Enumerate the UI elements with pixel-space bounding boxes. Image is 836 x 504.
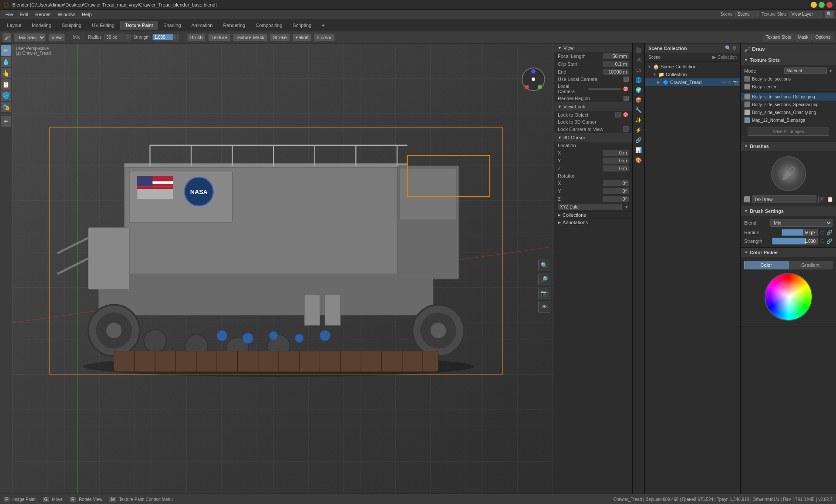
modifier-props-icon[interactable]: 🔧 [634, 105, 644, 115]
constraints-props-icon[interactable]: 🔗 [634, 135, 644, 145]
texture-dropdown[interactable]: Texture [208, 34, 230, 41]
strength-link[interactable]: 🔗 [826, 239, 833, 244]
tree-item-collection[interactable]: ▼ 📁 Collection [645, 71, 740, 78]
tree-item-crawler-tread[interactable]: ▶ 🔷 Crawler_Tread 👁 🖱 📷 [645, 78, 740, 86]
brush-copy-icon[interactable]: 📋 [827, 196, 833, 202]
clip-start-value[interactable]: 0.1 m [603, 61, 629, 67]
vis-eye[interactable]: 👁 [722, 80, 726, 85]
tab-uv-editing[interactable]: UV Editing [87, 21, 120, 30]
color-wheel[interactable] [765, 273, 812, 321]
stroke-dropdown[interactable]: Stroke [270, 34, 290, 41]
material-props-icon[interactable]: 🎨 [634, 155, 644, 165]
tab-compositing[interactable]: Compositing [250, 21, 287, 30]
brush-name-input[interactable] [752, 195, 816, 203]
tab-scripting[interactable]: Scripting [287, 21, 317, 30]
options-badge[interactable]: Options [812, 34, 833, 40]
menu-file[interactable]: File [2, 11, 17, 18]
scene-expand[interactable]: ▶ [712, 54, 716, 60]
menu-render[interactable]: Render [32, 11, 54, 18]
view-lock-header[interactable]: ▼ View Lock [554, 102, 632, 111]
data-props-icon[interactable]: 📊 [634, 145, 644, 155]
tool-fill[interactable]: 🪣 [1, 91, 11, 101]
falloff-dropdown[interactable]: Falloff [293, 34, 312, 41]
tab-sculpting[interactable]: Sculpting [57, 21, 87, 30]
cursor-ry-value[interactable]: 0° [603, 188, 629, 194]
tool-soften[interactable]: 💧 [1, 57, 11, 67]
view-section-header[interactable]: ▼ View [554, 44, 632, 52]
texture-slots-header[interactable]: ▼ Texture Slots [741, 55, 836, 65]
cursor-z-value[interactable]: 0 m [603, 165, 629, 171]
close-button[interactable] [826, 2, 833, 8]
cursor-x-value[interactable]: 0 m [603, 150, 629, 156]
lock-camera-cb[interactable] [623, 126, 629, 132]
save-all-button[interactable]: Save All Images [748, 128, 829, 136]
axis-gizmo[interactable] [522, 67, 548, 94]
tool-annotate[interactable]: ✒ [1, 116, 11, 127]
physics-props-icon[interactable]: ⚡ [634, 125, 644, 135]
ts-slot-normal[interactable]: Map_12_Normal_Bump.tga [741, 116, 836, 124]
search-button[interactable]: 🔍 [825, 10, 834, 18]
radius-field[interactable]: 50 px ⬡ [104, 34, 130, 40]
color-picker-header[interactable]: ▼ Color Picker [741, 248, 836, 257]
view-layer-selector[interactable]: View Layer [789, 11, 822, 17]
menu-edit[interactable]: Edit [17, 11, 32, 18]
minimize-button[interactable] [811, 2, 817, 8]
clip-end-value[interactable]: 10000 m [603, 69, 629, 75]
texture-mask-dropdown[interactable]: Texture Mask [233, 34, 267, 41]
menu-window[interactable]: Window [54, 11, 78, 18]
ts-slot-opacity[interactable]: Body_side_sections_Opacity.png [741, 108, 836, 116]
particles-props-icon[interactable]: ✨ [634, 115, 644, 125]
tool-clone[interactable]: 📋 [1, 79, 11, 90]
blend-select[interactable]: Mix [770, 219, 833, 227]
annotations-header[interactable]: ▶ Annotations [554, 219, 632, 226]
radius-randomize[interactable]: ⬡ [820, 230, 825, 235]
render-region-cb[interactable] [624, 96, 629, 101]
cursor-dropdown[interactable]: Cursor [314, 34, 334, 41]
vis-cursor[interactable]: 🖱 [727, 80, 732, 85]
render-props-icon[interactable]: 🎥 [634, 45, 644, 55]
outliner-settings-icon[interactable]: ⚙ [732, 45, 737, 51]
tab-texture-paint[interactable]: Texture Paint [120, 21, 158, 30]
strength-randomize[interactable]: ⬡ [820, 239, 825, 244]
ts-slot-specular[interactable]: Body_side_sections_Specular.png [741, 101, 836, 108]
cursor-y-value[interactable]: 0 m [603, 158, 629, 164]
menu-help[interactable]: Help [78, 11, 95, 18]
brush-settings-header[interactable]: ▼ Brush Settings [741, 206, 836, 216]
focal-length-value[interactable]: 50 mm [603, 53, 629, 59]
camera-button[interactable]: 📷 [538, 287, 550, 299]
gradient-tab[interactable]: Gradient [789, 261, 833, 269]
tool-mask[interactable]: 🎭 [1, 102, 11, 112]
mode-dropdown[interactable]: TexDraw [14, 33, 46, 42]
brushes-header[interactable]: ▼ Brushes [741, 141, 836, 151]
cursor-section-header[interactable]: ▼ 3D Cursor [554, 133, 632, 142]
tab-add[interactable]: + [317, 21, 330, 30]
collections-header[interactable]: ▶ Collections [554, 212, 632, 218]
strength-field[interactable]: 1.000 ⬡ [152, 34, 179, 40]
tab-shading[interactable]: Shading [158, 21, 186, 30]
scene-props-icon[interactable]: 🌐 [634, 75, 644, 85]
lock-object-cb[interactable] [615, 112, 621, 118]
strength-bar[interactable]: 1.000 [772, 238, 818, 245]
local-camera-field[interactable] [588, 88, 621, 90]
tab-animation[interactable]: Animation [186, 21, 218, 30]
view-button-vp[interactable]: 👁 [538, 301, 550, 313]
tab-modeling[interactable]: Modeling [27, 21, 57, 30]
use-local-camera-cb[interactable] [624, 77, 629, 82]
world-props-icon[interactable]: 🌍 [634, 85, 644, 95]
color-tab[interactable]: Color [744, 261, 789, 269]
ts-mode-dropdown[interactable]: Material [784, 67, 827, 74]
rotation-type-dropdown[interactable]: XYZ Euler [558, 204, 622, 210]
texture-slots-badge[interactable]: Texture Slots [763, 34, 794, 40]
cursor-rz-value[interactable]: 0° [603, 196, 629, 202]
tab-rendering[interactable]: Rendering [218, 21, 250, 30]
brush-dropdown[interactable]: Brush [187, 34, 206, 41]
local-camera-picker[interactable]: 🎯 [623, 86, 629, 92]
outliner-filter-icon[interactable]: 🔍 [725, 45, 731, 51]
cursor-rx-value[interactable]: 0° [603, 180, 629, 186]
ts-slot-body-side[interactable]: Body_side_sections [741, 75, 836, 83]
tab-layout[interactable]: Layout [2, 21, 27, 30]
zoom-in-button[interactable]: 🔍 [538, 259, 550, 271]
scene-selector[interactable]: Scene [735, 11, 759, 17]
ts-slot-body-center[interactable]: Body_center [741, 83, 836, 91]
zoom-out-button[interactable]: 🔎 [538, 273, 550, 285]
